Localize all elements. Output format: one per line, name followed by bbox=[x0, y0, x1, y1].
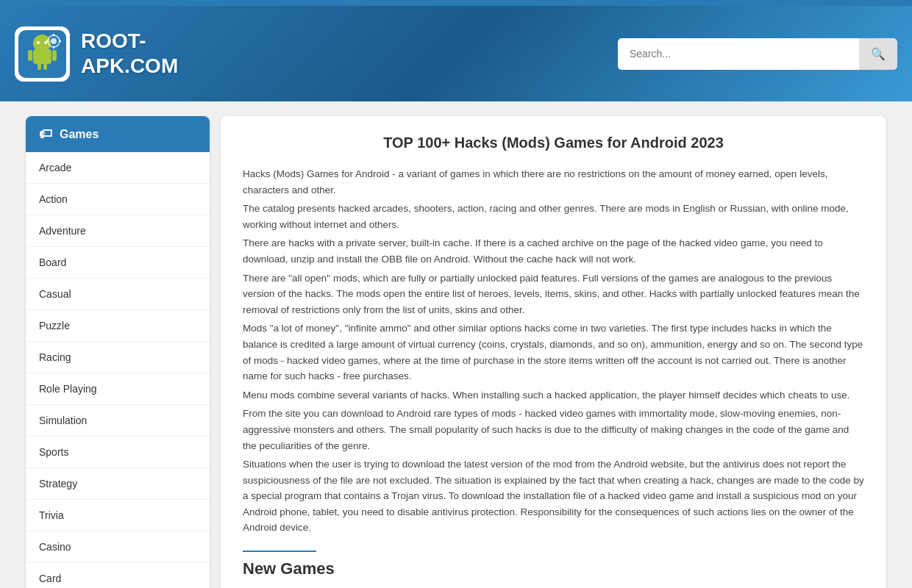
new-games-title: New Games bbox=[243, 559, 864, 578]
sidebar-item-casual[interactable]: Casual bbox=[26, 279, 210, 310]
sidebar-item-racing[interactable]: Racing bbox=[26, 342, 210, 373]
search-icon: 🔍 bbox=[871, 48, 886, 60]
logo-area: ROOT- APK.COM bbox=[15, 26, 178, 82]
sidebar: 🏷 Games Arcade Action Adventure Board Ca… bbox=[26, 116, 210, 588]
sidebar-item-simulation[interactable]: Simulation bbox=[26, 405, 210, 437]
search-input[interactable] bbox=[618, 38, 859, 70]
desc-p6: Menu mods combine several variants of ha… bbox=[243, 387, 864, 404]
desc-p3: There are hacks with a private server, b… bbox=[243, 235, 864, 267]
desc-p1: Hacks (Mods) Games for Android - a varia… bbox=[243, 166, 864, 198]
desc-p4: There are "all open" mods, which are ful… bbox=[243, 270, 864, 318]
sidebar-item-card[interactable]: Card bbox=[26, 563, 210, 588]
sidebar-item-sports[interactable]: Sports bbox=[26, 437, 210, 468]
header: ROOT- APK.COM 🔍 bbox=[0, 6, 912, 101]
svg-rect-3 bbox=[28, 50, 32, 61]
svg-point-10 bbox=[51, 38, 57, 44]
svg-point-7 bbox=[37, 41, 40, 44]
content-area: TOP 100+ Hacks (Mods) Games for Android … bbox=[221, 116, 886, 588]
sidebar-item-puzzle[interactable]: Puzzle bbox=[26, 310, 210, 342]
top-bar bbox=[0, 0, 912, 6]
sidebar-item-trivia[interactable]: Trivia bbox=[26, 500, 210, 531]
logo-icon bbox=[15, 26, 70, 82]
desc-p8: Situations when the user is trying to do… bbox=[243, 456, 864, 536]
sidebar-item-arcade[interactable]: Arcade bbox=[26, 152, 210, 184]
main-wrapper: 🏷 Games Arcade Action Adventure Board Ca… bbox=[15, 116, 897, 588]
desc-p2: The catalog presents hacked arcades, sho… bbox=[243, 201, 864, 232]
desc-p7: From the site you can download to Androi… bbox=[243, 406, 864, 453]
page-title: TOP 100+ Hacks (Mods) Games for Android … bbox=[243, 135, 864, 151]
sidebar-item-board[interactable]: Board bbox=[26, 247, 210, 279]
desc-p5: Mods "a lot of money", "infinite ammo" a… bbox=[243, 320, 864, 384]
sidebar-header-label: Games bbox=[60, 128, 99, 141]
tag-icon: 🏷 bbox=[39, 126, 52, 142]
search-button[interactable]: 🔍 bbox=[859, 38, 897, 70]
sidebar-item-role-playing[interactable]: Role Playing bbox=[26, 373, 210, 405]
search-box: 🔍 bbox=[618, 38, 897, 70]
sidebar-item-casino[interactable]: Casino bbox=[26, 531, 210, 563]
sidebar-item-adventure[interactable]: Adventure bbox=[26, 215, 210, 247]
svg-rect-6 bbox=[43, 62, 47, 70]
sidebar-item-action[interactable]: Action bbox=[26, 184, 210, 215]
svg-rect-4 bbox=[52, 50, 57, 61]
search-area: 🔍 bbox=[618, 38, 897, 70]
description-block: Hacks (Mods) Games for Android - a varia… bbox=[243, 166, 864, 536]
svg-rect-5 bbox=[38, 62, 41, 70]
svg-rect-2 bbox=[33, 49, 51, 64]
section-divider bbox=[243, 551, 316, 552]
sidebar-header: 🏷 Games bbox=[26, 116, 210, 152]
sidebar-item-strategy[interactable]: Strategy bbox=[26, 468, 210, 500]
logo-text: ROOT- APK.COM bbox=[81, 29, 178, 78]
